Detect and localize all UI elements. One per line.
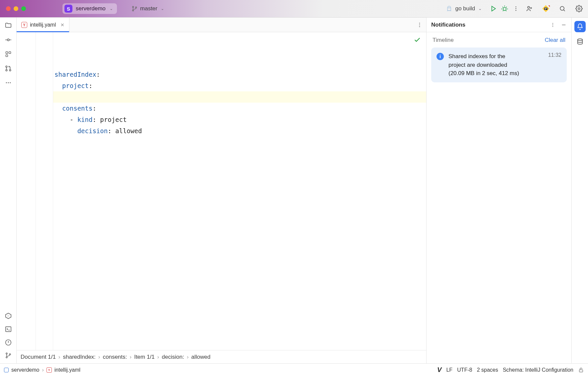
close-window-button[interactable] [6,6,11,11]
line-separator-widget[interactable]: LF [446,367,452,373]
schema-widget[interactable]: Schema: IntelliJ Configuration [503,367,573,373]
svg-point-22 [6,66,7,67]
notification-item[interactable]: i Shared indexes for the project are dow… [431,47,567,82]
gutter-icons [36,32,53,350]
editor-tabs: Y intellij.yaml ✕ [17,18,426,32]
status-path-root: serverdemo [11,367,39,373]
clear-all-button[interactable]: Clear all [545,37,565,44]
svg-point-17 [578,8,580,10]
chevron-down-icon: ⌄ [478,6,482,11]
project-tool-button[interactable] [5,22,12,29]
inspection-ok-icon[interactable] [414,36,421,44]
ghost-icon [446,5,452,12]
svg-point-37 [419,26,420,27]
svg-point-39 [552,24,553,25]
svg-point-2 [135,7,137,8]
run-button[interactable] [488,3,499,14]
editor-tab[interactable]: Y intellij.yaml ✕ [17,18,69,32]
commit-tool-button[interactable] [5,36,12,44]
svg-point-16 [560,6,564,10]
module-icon [4,368,9,372]
svg-point-4 [450,8,450,8]
svg-point-42 [577,39,582,41]
readonly-toggle[interactable] [578,367,584,373]
panel-options-button[interactable] [550,22,555,28]
shared-index-icon[interactable] [540,3,551,14]
terminal-tool-button[interactable] [5,326,12,333]
chevron-down-icon: ⌄ [110,6,113,11]
tab-filename: intellij.yaml [30,22,56,28]
services-tool-button[interactable] [5,312,12,320]
breadcrumb-item[interactable]: Item 1/1 [134,354,154,360]
problems-tool-button[interactable] [5,339,12,346]
settings-button[interactable] [573,3,585,14]
hide-panel-button[interactable] [561,22,567,28]
minimize-window-button[interactable] [14,6,18,11]
svg-point-40 [552,26,553,27]
encoding-widget[interactable]: UTF-8 [457,367,472,373]
run-config-name: go build [455,5,475,12]
svg-rect-12 [544,8,547,10]
breadcrumb-item[interactable]: Document 1/1 [21,354,56,360]
timeline-label: Timeline [433,37,454,44]
debug-button[interactable] [499,3,510,14]
right-tool-stripe [571,18,588,363]
breadcrumb-item[interactable]: decision: [162,354,184,360]
vim-indicator[interactable]: V [437,366,441,374]
status-path-file: intellij.yaml [54,367,80,373]
title-bar: S serverdemo ⌄ master ⌄ go build ⌄ [0,0,588,18]
tab-actions-button[interactable] [413,18,426,32]
svg-rect-14 [545,9,546,9]
breadcrumb-item[interactable]: consents: [103,354,127,360]
editor-column: Y intellij.yaml ✕ sharedIndex: project: … [17,18,427,363]
svg-point-23 [6,69,7,71]
search-everywhere-button[interactable] [557,3,568,14]
maximize-window-button[interactable] [21,6,26,11]
svg-point-38 [552,23,553,24]
main-area: Y intellij.yaml ✕ sharedIndex: project: … [0,18,588,363]
breadcrumb-bar: Document 1/1› sharedIndex:› consents:› I… [17,350,426,363]
svg-rect-19 [6,52,8,54]
more-tool-button[interactable] [5,79,12,86]
more-actions-button[interactable] [510,3,522,14]
project-icon: S [64,5,72,13]
svg-marker-29 [8,315,10,317]
close-tab-button[interactable]: ✕ [60,22,64,28]
code-editor[interactable]: sharedIndex: project: - url: http://127.… [17,32,426,350]
git-branch-selector[interactable]: master ⌄ [128,4,167,13]
project-name: serverdemo [76,5,106,12]
svg-rect-21 [6,55,8,57]
pull-requests-tool-button[interactable] [5,65,12,72]
structure-tool-button[interactable] [5,51,12,57]
svg-point-36 [419,24,420,25]
svg-point-34 [9,354,11,355]
notifications-panel: Notifications Timeline Clear all i Share… [427,18,571,363]
svg-rect-43 [579,370,583,372]
code-with-me-button[interactable] [524,3,535,14]
run-config-selector[interactable]: go build ⌄ [446,5,482,12]
svg-point-10 [528,6,530,8]
svg-marker-5 [492,6,495,11]
status-path[interactable]: serverdemo › Y intellij.yaml [4,367,80,373]
notifications-tool-button[interactable] [574,21,586,32]
branch-name: master [140,5,157,12]
code-area[interactable]: sharedIndex: project: - url: http://127.… [53,32,426,350]
gutter-line-numbers [17,32,36,350]
project-selector[interactable]: S serverdemo ⌄ [62,3,117,14]
info-icon: i [437,53,444,60]
svg-point-3 [448,8,449,8]
svg-point-26 [8,82,9,83]
status-bar: serverdemo › Y intellij.yaml V LF UTF-8 … [0,363,588,376]
git-tool-button[interactable] [5,352,12,359]
svg-point-9 [516,10,517,11]
svg-point-6 [503,7,506,10]
yaml-file-icon: Y [21,22,27,28]
window-controls [6,6,26,11]
notifications-header: Notifications [427,18,571,32]
svg-marker-15 [548,5,550,7]
database-tool-button[interactable] [576,38,584,46]
svg-point-24 [9,69,11,71]
indent-widget[interactable]: 2 spaces [477,367,498,373]
breadcrumb-item[interactable]: allowed [191,354,211,360]
breadcrumb-item[interactable]: sharedIndex: [63,354,96,360]
